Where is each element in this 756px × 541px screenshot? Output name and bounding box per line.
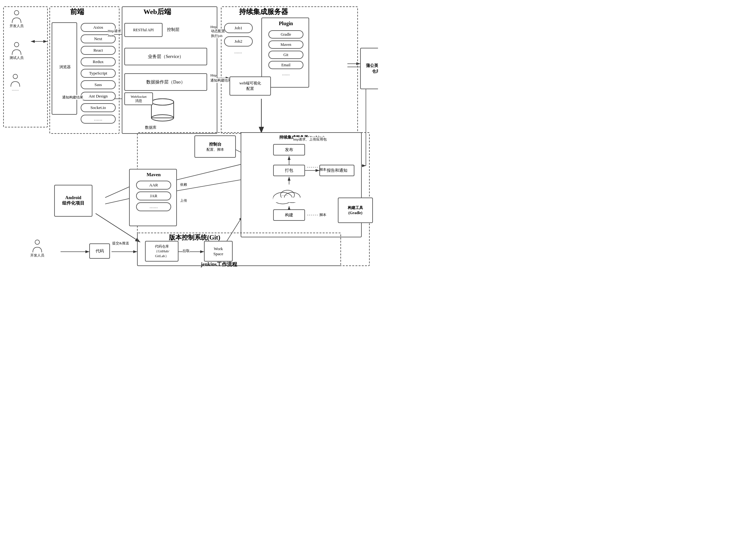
upload-label: 上传 bbox=[180, 198, 187, 203]
dao-layer-label: 数据操作层（Dao） bbox=[146, 79, 185, 85]
build-tool-label: 构建工具 (Gradle) bbox=[348, 205, 363, 216]
database-cylinder bbox=[150, 97, 175, 123]
job2-box: Job2 bbox=[224, 36, 253, 47]
git-plugin-box: Git bbox=[268, 51, 304, 59]
tester-person: 测试人员 bbox=[10, 41, 24, 60]
service-layer-label: 业务层（Service） bbox=[148, 54, 184, 60]
code-repo-box: 代码仓库 （GitHub/ GitLab） bbox=[145, 241, 179, 262]
web-config-box: web端可视化 配置 bbox=[230, 77, 271, 96]
svg-point-42 bbox=[13, 74, 18, 79]
maven-section: Maven AAR JAR …… bbox=[129, 169, 177, 226]
web-backend-title: Web后端 bbox=[143, 7, 171, 17]
console-subtitle: 配置、脚本 bbox=[207, 147, 224, 152]
service-layer-box: 业务层（Service） bbox=[124, 48, 207, 65]
browser-box: 浏览器 bbox=[52, 22, 77, 115]
pull-label: 拉取 bbox=[183, 249, 190, 253]
redux-box: Redux bbox=[81, 57, 116, 66]
json-label: Json bbox=[108, 33, 114, 37]
http-label-bottom: Http bbox=[210, 73, 217, 77]
restful-api-box: RESTful API bbox=[124, 23, 163, 37]
notify-build-result-browser-label: 通知构建结果 bbox=[62, 95, 83, 100]
svg-point-40 bbox=[14, 11, 19, 15]
dao-layer-box: 数据操作层（Dao） bbox=[124, 73, 207, 91]
sass-box: Sass bbox=[81, 80, 116, 89]
restful-api-label: RESTful API bbox=[133, 28, 154, 33]
antdesign-box: Ant Design bbox=[81, 92, 116, 101]
browser-label: 浏览器 bbox=[52, 64, 78, 70]
socketio-box: Socket.io bbox=[81, 103, 116, 112]
react-box: React bbox=[81, 46, 116, 55]
dynamic-config-label: 动态配置执行job bbox=[211, 29, 225, 38]
aar-box: AAR bbox=[136, 181, 171, 190]
developer-person-1: 开发人员 bbox=[10, 10, 24, 28]
workspace-box: Work Space bbox=[204, 241, 233, 262]
http-label-top: Http bbox=[210, 25, 217, 29]
tester-label: 测试人员 bbox=[10, 55, 24, 60]
svg-point-58 bbox=[35, 240, 40, 245]
frontend-title: 前端 bbox=[70, 7, 84, 17]
plugin-dots-label: …… bbox=[262, 72, 310, 77]
jobs-dots-label: …… bbox=[234, 50, 242, 55]
workspace-label: Work Space bbox=[213, 246, 223, 257]
dots-label-users: …… bbox=[12, 87, 19, 91]
build-tool-box: 构建工具 (Gradle) bbox=[338, 198, 373, 223]
android-label: Android 组件化项目 bbox=[62, 195, 84, 206]
git-title: 版本控制系统(Git) bbox=[169, 233, 220, 242]
person-3: …… bbox=[10, 73, 21, 91]
frontend-dots-box: …… bbox=[81, 115, 116, 124]
job1-box: Job1 bbox=[224, 23, 253, 33]
submit-label: 提交&推送 bbox=[112, 241, 129, 246]
notify-build-result-label: 通知构建结果 bbox=[210, 78, 231, 83]
depend-label: 依赖 bbox=[180, 182, 187, 187]
maven-dots-box: …… bbox=[136, 202, 171, 211]
jar-box: JAR bbox=[136, 192, 171, 201]
developer-person-bottom: 开发人员 bbox=[30, 239, 44, 258]
email-plugin-box: Email bbox=[268, 61, 304, 69]
android-box: Android 组件化项目 bbox=[54, 185, 92, 217]
http-upload-label: http请求、上传应用包 bbox=[293, 137, 327, 142]
http-request-label: Http请求 bbox=[108, 29, 121, 33]
ci-server-title: 持续集成服务器 bbox=[239, 7, 288, 17]
database-label: 数据库 bbox=[145, 125, 157, 130]
control-layer-label: 控制层 bbox=[167, 27, 180, 33]
svg-point-46 bbox=[151, 99, 174, 105]
developer-label-1: 开发人员 bbox=[10, 24, 24, 28]
dandelion-label: 蒲公英应用 仓库 bbox=[366, 63, 378, 74]
architecture-diagram: 开发人员 测试人员 …… 前端 浏览器 Axios Next React Red… bbox=[0, 0, 378, 270]
code-box: 代码 bbox=[89, 244, 110, 259]
console-box: 控制台 配置、脚本 bbox=[195, 135, 236, 158]
developer-label-bottom: 开发人员 bbox=[30, 253, 44, 258]
web-config-label: web端可视化 配置 bbox=[239, 81, 261, 91]
plugin-title: Plugin bbox=[262, 21, 310, 26]
websocket-label: WebSocket 消息 bbox=[131, 95, 147, 103]
typescript-box: TypeScript bbox=[81, 69, 116, 78]
maven-title: Maven bbox=[130, 172, 178, 178]
console-title: 控制台 bbox=[209, 142, 222, 147]
svg-point-41 bbox=[14, 42, 19, 47]
code-repo-label: 代码仓库 （GitHub/ GitLab） bbox=[154, 244, 169, 259]
gradle-plugin-box: Gradle bbox=[268, 30, 304, 39]
code-label: 代码 bbox=[96, 248, 104, 254]
dandelion-box: 蒲公英应用 仓库 bbox=[360, 48, 378, 89]
websocket-box: WebSocket 消息 bbox=[124, 92, 153, 105]
maven-plugin-box: Maven bbox=[268, 40, 304, 49]
